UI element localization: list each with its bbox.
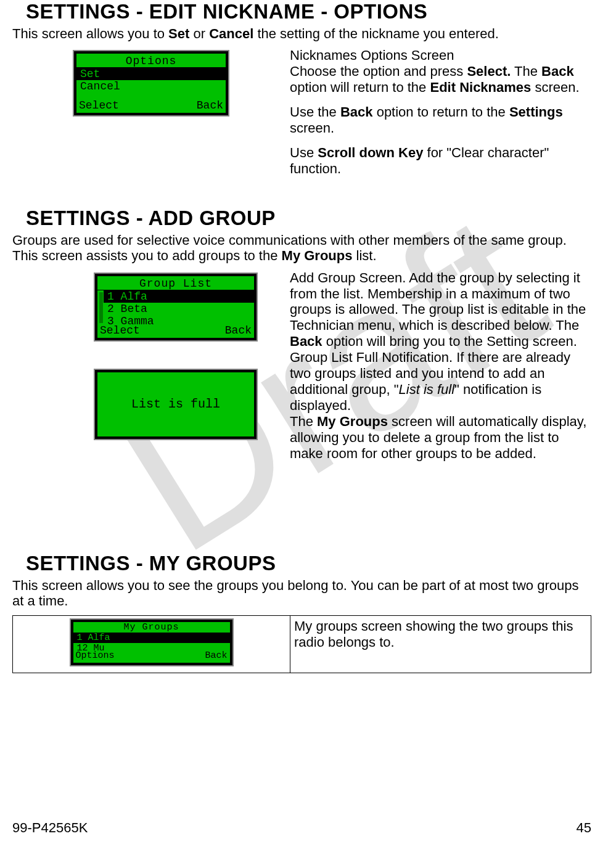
text: screen.	[531, 80, 579, 95]
text-bold: Cancel	[209, 26, 253, 41]
intro-edit-nickname: This screen allows you to Set or Cancel …	[12, 26, 591, 41]
text-bold: Settings	[509, 104, 563, 120]
device-screen-my-groups: My Groups 1 Alfa 12 Mu Options Back	[71, 620, 232, 665]
device-message: List is full	[97, 372, 254, 436]
text: Add Group Screen. Add the group by selec…	[290, 270, 586, 334]
device-row-selected: 1 Alfa	[73, 633, 230, 643]
device-screen-list-full: List is full	[95, 370, 257, 439]
paragraph: The My Groups screen will automatically …	[290, 414, 591, 462]
text: or	[189, 26, 209, 41]
intro-my-groups: This screen allows you to see the groups…	[12, 578, 591, 609]
table-cell-description: My groups screen showing the two groups …	[290, 616, 591, 673]
text-bold: My Groups	[282, 248, 353, 263]
text-bold: Back	[340, 104, 373, 120]
text: option to return to the	[373, 104, 509, 120]
text-bold: Set	[168, 26, 189, 41]
text: Nicknames Options Screen	[290, 47, 454, 63]
text: Use the	[290, 104, 340, 120]
paragraph: Use the Back option to return to the Set…	[290, 104, 591, 136]
text-bold: Back	[290, 334, 322, 349]
heading-edit-nickname: SETTINGS - EDIT NICKNAME - OPTIONS	[26, 0, 591, 23]
paragraph: Use Scroll down Key for "Clear character…	[290, 145, 591, 177]
scrollbar	[99, 292, 103, 323]
text-bold: Edit Nicknames	[430, 80, 531, 95]
text: screen.	[290, 120, 334, 136]
text: The	[290, 414, 317, 429]
device-row: Cancel	[76, 80, 226, 92]
footer-page-number: 45	[577, 820, 591, 836]
softkey-left: Select	[100, 324, 140, 337]
text: Use	[290, 145, 318, 160]
device-title: Options	[76, 54, 226, 67]
paragraph: Add Group Screen. Add the group by selec…	[290, 270, 591, 350]
device-screen-group-list: Group List 1 Alfa 2 Beta 3 Gamma Select …	[95, 274, 257, 340]
text: option will bring you to the Setting scr…	[322, 334, 577, 349]
device-row-selected: Set	[76, 68, 226, 80]
text-italic: List is full	[399, 382, 454, 397]
text-bold: Back	[541, 63, 574, 79]
heading-add-group: SETTINGS - ADD GROUP	[26, 207, 591, 230]
softkey-right: Back	[205, 650, 227, 662]
device-row: 2 Beta	[104, 303, 254, 315]
text-bold: My Groups	[317, 414, 388, 429]
device-title: My Groups	[73, 622, 230, 633]
softkey-left: Select	[79, 99, 119, 112]
text: the setting of the nickname you entered.	[253, 26, 498, 41]
text-bold: Scroll down Key	[318, 145, 423, 160]
text: list.	[352, 248, 376, 263]
device-title: Group List	[97, 276, 254, 290]
paragraph: Nicknames Options Screen Choose the opti…	[290, 47, 591, 96]
footer-doc-number: 99-P42565K	[12, 820, 88, 836]
softkey-right: Back	[225, 324, 252, 337]
text: The	[511, 63, 541, 79]
device-row-selected: 1 Alfa	[104, 290, 254, 303]
softkey-right: Back	[197, 99, 223, 112]
text: option will return to the	[290, 80, 430, 95]
text: This screen allows you to	[12, 26, 168, 41]
intro-add-group: Groups are used for selective voice comm…	[12, 232, 591, 264]
paragraph: Group List Full Notification. If there a…	[290, 350, 591, 414]
text: Choose the option and press	[290, 63, 467, 79]
device-screen-options: Options Set Cancel Select Back	[74, 51, 228, 115]
text-bold: Select.	[467, 63, 511, 79]
heading-my-groups: SETTINGS - MY GROUPS	[26, 552, 591, 575]
table-row: My Groups 1 Alfa 12 Mu Options Back My g…	[12, 615, 591, 673]
softkey-left: Options	[76, 650, 115, 662]
